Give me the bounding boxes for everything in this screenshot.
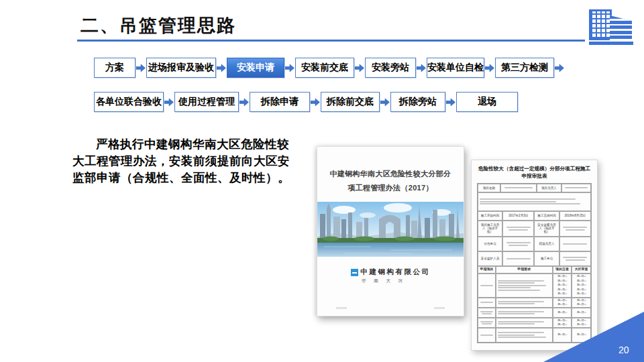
- company-name: 中建钢构有限公司: [361, 267, 431, 277]
- form-row: 分包单位现场负责人: [478, 237, 591, 251]
- flow-arrow-icon: [355, 64, 364, 72]
- cover-footer-mark: [336, 307, 347, 309]
- form-checkbox-cell: 是□否□是□否□是□否□是□否□是□否□: [572, 274, 591, 298]
- flow-arrow-icon: [285, 64, 294, 72]
- form-cell-illegible: [478, 192, 591, 211]
- form-cell-illegible: [478, 308, 496, 318]
- flowchart-row-1: 方案进场报审及验收安装申请安装前交底安装旁站安装单位自检第三方检测: [94, 58, 565, 78]
- form-cell-illegible: [502, 221, 534, 237]
- form-row: 安全监护人员施工单位: [478, 251, 591, 266]
- form-row: 申报项目申报要求项目自查大区审查: [478, 266, 591, 274]
- form-cell-illegible: [502, 237, 534, 251]
- form-cell-illegible: [559, 237, 591, 251]
- form-cell-illegible: [478, 318, 496, 328]
- flow-arrow-icon: [485, 64, 494, 72]
- form-checkbox-cell: 是□否□是□否□是□否□是□否□是□否□: [553, 274, 572, 298]
- cover-footer-mark: [434, 307, 445, 309]
- form-cell-illegible: [478, 274, 496, 298]
- form-cell-illegible: [496, 274, 553, 298]
- flow-arrow-icon: [555, 64, 564, 72]
- form-cell: 施工开始时间: [478, 211, 502, 221]
- flow-step: 方案: [94, 58, 136, 78]
- cover-document: 中建钢构华南大区危险性较大分部分项工程管理办法（2017）: [317, 146, 464, 316]
- slide: 二、吊篮管理思路 方案进场报审及验收安装申请安装前交底安装旁站安装单位自检第三方…: [0, 0, 644, 362]
- buildings-icon: [589, 5, 633, 46]
- flow-step: 安装前交底: [295, 58, 354, 78]
- form-cell-illegible: [559, 221, 591, 237]
- form-cell-illegible: [561, 184, 591, 192]
- form-checkbox-cell: 是□否□是□否□: [572, 298, 591, 308]
- form-cell: 项目自查: [553, 266, 572, 274]
- form-cell-illegible: [559, 251, 591, 266]
- form-cell: 申报要求: [496, 266, 553, 274]
- company-division: 华 南 大 区: [362, 278, 464, 284]
- form-cell: 分包单位: [478, 237, 502, 251]
- form-cell: 申报项目: [478, 266, 496, 274]
- form-cell-illegible: [500, 184, 537, 192]
- form-row: 是□否□是□否□是□否□是□否□: [478, 298, 591, 308]
- flow-arrow-icon: [164, 98, 174, 107]
- cover-document-title: 中建钢构华南大区危险性较大分部分项工程管理办法（2017）: [328, 167, 453, 195]
- flow-step: 拆除旁站: [390, 92, 445, 112]
- page-title: 二、吊篮管理思路: [80, 13, 236, 38]
- lead-paragraph: 严格执行中建钢构华南大区危险性较大工程管理办法，安装前须提前向大区安监部申请（合…: [72, 136, 298, 186]
- flow-arrow-icon: [380, 98, 390, 107]
- form-cell: 施工完成时间: [534, 211, 559, 221]
- building-base-icon: [589, 42, 633, 45]
- form-cell: 项目负责人: [537, 184, 561, 192]
- flow-step: 各单位联合验收: [94, 92, 164, 112]
- cover-company-block: 中建钢构有限公司 华 南 大 区: [317, 267, 464, 284]
- flow-step: 拆除申请: [250, 92, 310, 112]
- flow-step: 拆除前交底: [321, 92, 380, 112]
- flow-step: 使用过程管理: [174, 92, 239, 112]
- flow-arrow-icon: [446, 98, 455, 107]
- form-cell: 安全监督负责人（电话手机）: [534, 221, 559, 237]
- form-cell: 安全监护人员: [478, 251, 502, 266]
- approval-form-title: 危险性较大（含超过一定规模）分部分项工程施工申报审批表: [477, 165, 592, 180]
- form-cell-illegible: [502, 251, 534, 266]
- form-cell: 2018年8月15日: [559, 211, 591, 221]
- form-checkbox-cell: 是□否□是□否□: [553, 298, 572, 308]
- flow-step: 安装单位自检: [427, 58, 484, 78]
- flowchart-row-2: 各单位联合验收使用过程管理拆除申请拆除前交底拆除旁站退场: [94, 92, 518, 112]
- page-number-corner: 20: [543, 312, 644, 362]
- flow-step: 第三方检测: [495, 58, 554, 78]
- form-row: 是□否□是□否□是□否□是□否□是□否□是□否□是□否□是□否□是□否□是□否□: [478, 274, 591, 298]
- flow-arrow-icon: [239, 98, 249, 107]
- form-cell-illegible: [496, 298, 553, 308]
- skyline-image: [317, 202, 464, 257]
- form-cell: 大区审查: [572, 266, 591, 274]
- flow-step: 进场报审及验收: [146, 58, 216, 78]
- form-row: 施工开始时间2017年2月3日施工完成时间2018年8月15日: [478, 211, 591, 221]
- building-short-icon: [610, 15, 632, 41]
- form-cell-illegible: [478, 298, 496, 308]
- flow-arrow-icon: [136, 64, 146, 72]
- flow-arrow-icon: [417, 64, 426, 72]
- form-row: [478, 192, 591, 211]
- form-cell: 2017年2月3日: [502, 211, 534, 221]
- form-cell: 施工单位: [534, 251, 559, 266]
- company-logo-icon: [351, 269, 358, 276]
- flow-step: 安装申请: [227, 58, 284, 78]
- form-cell: 项目名称: [478, 184, 500, 192]
- form-cell-illegible: [478, 328, 496, 343]
- flow-step: 退场: [456, 92, 518, 112]
- page-number: 20: [619, 345, 629, 355]
- title-underline: [77, 40, 585, 42]
- flow-arrow-icon: [311, 98, 320, 107]
- form-cell: 现场负责人: [534, 237, 559, 251]
- flow-arrow-icon: [217, 64, 226, 72]
- form-row: 项目名称项目负责人: [478, 184, 591, 192]
- form-row: 项目施工负责人（电话手机）安全监督负责人（电话手机）: [478, 221, 591, 237]
- form-cell: 项目施工负责人（电话手机）: [478, 221, 502, 237]
- flow-step: 安装旁站: [365, 58, 416, 78]
- building-tall-icon: [589, 9, 612, 40]
